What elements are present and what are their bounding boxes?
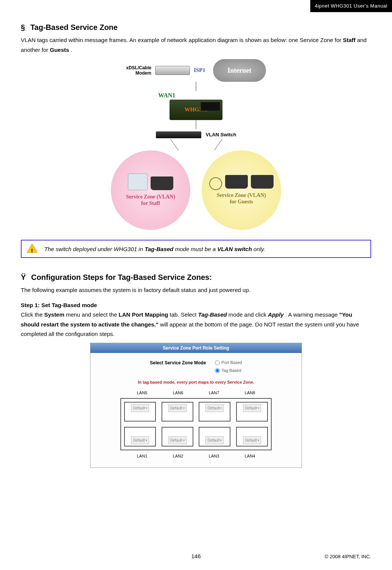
text: only.	[254, 246, 265, 252]
text: Service Zone (VLAN)	[126, 194, 175, 200]
port-select[interactable]: Default	[205, 404, 224, 412]
laptop-icon	[225, 175, 248, 189]
note-text: The switch deployed under WHG301 in Tag-…	[44, 244, 265, 254]
text: System	[44, 311, 64, 318]
intro-paragraph: VLAN tags carried within message frames.…	[21, 35, 371, 55]
connector-line	[196, 82, 196, 91]
wan-label: WAN1	[158, 90, 175, 100]
connector-line	[196, 120, 196, 129]
text-staff: Staff	[343, 37, 355, 43]
port-label: LAN2	[173, 453, 184, 460]
port-select[interactable]: Default	[243, 404, 261, 412]
port-select[interactable]: Default	[131, 436, 149, 444]
radio-tag-based[interactable]: Tag Based	[215, 367, 242, 374]
page-number: 146	[191, 551, 201, 561]
lan-port: Default	[236, 402, 268, 422]
text: menu and select the	[66, 311, 118, 318]
text: for Guests	[230, 199, 253, 205]
config-screenshot: Service Zone Port Role Setting Select Se…	[90, 343, 302, 468]
laptop-icon	[151, 176, 173, 190]
text: VLAN tags carried within message frames.…	[21, 37, 343, 43]
panel-title: Service Zone Port Role Setting	[90, 343, 302, 353]
port-select[interactable]: Default	[168, 404, 187, 412]
warning-icon	[27, 244, 37, 254]
ports-grid: Default Default Default Default Default …	[120, 398, 272, 450]
vlan-switch-label: VLAN Switch	[206, 131, 236, 139]
lan-port: Default	[162, 427, 193, 447]
section-bullet-icon: Ÿ	[21, 271, 26, 284]
text: Modem	[135, 70, 151, 76]
text: mode must be a	[175, 246, 217, 252]
modem-icon	[155, 66, 190, 75]
page-footer: 146 © 2008 4IPNET, INC.	[21, 553, 371, 561]
access-point-icon	[209, 177, 222, 190]
doc-title: 4ipnet WHG301 User's Manual	[315, 3, 387, 9]
connector-lines	[141, 139, 251, 150]
copyright: © 2008 4IPNET, INC.	[325, 553, 371, 561]
section-heading: § Tag-Based Service Zone	[21, 21, 371, 34]
port-select[interactable]: Default	[243, 436, 261, 444]
port-select[interactable]: Default	[205, 436, 224, 444]
text: The switch deployed under WHG301 in	[44, 246, 145, 252]
internet-cloud-icon: Internet	[213, 59, 266, 82]
radio-port-based[interactable]: Port Based	[215, 359, 242, 366]
text: VLAN switch	[217, 246, 252, 252]
text: Apply	[268, 311, 284, 318]
step-heading: Step 1: Set Tag-Based mode	[21, 300, 371, 310]
mode-label: Select Service Zone Mode	[150, 359, 206, 367]
text: mode and click	[229, 311, 268, 318]
text: xDSL/Cable	[126, 65, 151, 70]
port-label: LAN1	[137, 453, 148, 460]
port-label: LAN7	[209, 389, 219, 397]
desktop-icon	[128, 173, 148, 190]
text: tab. Select	[170, 311, 198, 318]
port-select[interactable]: Default	[168, 436, 187, 444]
text: Tag-Based	[198, 311, 227, 318]
text: Click the	[21, 311, 44, 318]
device-ports-icon	[201, 102, 220, 111]
radio-label: Tag Based	[221, 367, 241, 374]
doc-header: 4ipnet WHG301 User's Manual	[310, 0, 392, 12]
text: for Staff	[141, 200, 160, 206]
cloud-label: Internet	[227, 65, 251, 77]
whg301-device-icon: WHG301	[170, 100, 222, 120]
lan-port: Default	[124, 427, 156, 447]
mode-warning-text: In tag based mode, every port maps to ev…	[98, 379, 294, 386]
staff-zone: Service Zone (VLAN) for Staff	[111, 150, 190, 230]
network-diagram: xDSL/Cable Modem ISP1 Internet WAN1 WHG3…	[101, 59, 291, 230]
lan-port: Default	[199, 427, 230, 447]
text: LAN Port Mapping	[119, 311, 168, 318]
lan-port: Default	[162, 402, 193, 422]
guest-zone: Service Zone (VLAN) for Guests	[202, 150, 281, 230]
laptop-icon	[251, 175, 274, 189]
radio-input[interactable]	[215, 368, 220, 373]
text: Tag-Based	[145, 246, 173, 252]
section-heading: Ÿ Configuration Steps for Tag-Based Serv…	[21, 271, 371, 284]
lan-port: Default	[124, 402, 156, 422]
text: Service Zone (VLAN)	[217, 192, 266, 198]
lan-port: Default	[236, 427, 268, 447]
modem-label: xDSL/Cable Modem	[126, 65, 151, 76]
isp-label: ISP1	[194, 66, 205, 75]
intro-paragraph: The following example assumes the system…	[21, 285, 371, 295]
vlan-switch-icon	[156, 131, 201, 138]
radio-label: Port Based	[221, 359, 242, 366]
port-select[interactable]: Default	[131, 404, 149, 412]
section-title: Tag-Based Service Zone	[30, 21, 118, 34]
section-title: Configuration Steps for Tag-Based Servic…	[31, 271, 212, 284]
text: . A warning message	[285, 311, 339, 318]
section-bullet-icon: §	[21, 21, 25, 34]
radio-input[interactable]	[215, 360, 220, 365]
text: .	[71, 47, 72, 53]
port-label: LAN3	[209, 453, 219, 460]
port-label: LAN4	[245, 453, 255, 460]
port-label: LAN6	[173, 389, 184, 397]
step-paragraph: Click the System menu and select the LAN…	[21, 310, 371, 339]
port-label: LAN8	[245, 389, 255, 397]
text-guests: Guests	[50, 47, 69, 53]
lan-port: Default	[199, 402, 230, 422]
note-callout: The switch deployed under WHG301 in Tag-…	[21, 240, 371, 258]
port-label: LAN5	[137, 389, 148, 397]
